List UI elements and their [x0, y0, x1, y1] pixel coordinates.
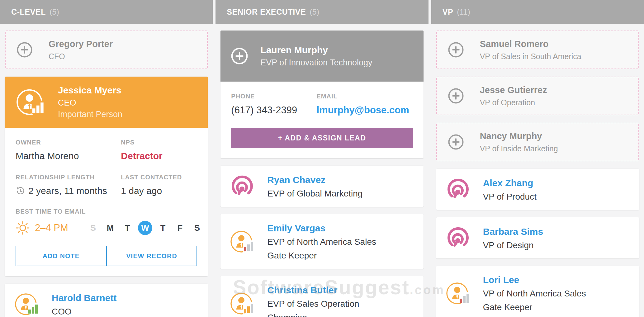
day-letter-friday: F — [175, 223, 185, 233]
contact-card-jessica-myers[interactable]: Jessica Myers CEO Important Person OWNER… — [5, 77, 208, 276]
contact-card-harold-barnett[interactable]: Harold Barnett COO — [5, 284, 208, 317]
last-contacted-label: LAST CONTACTED — [121, 174, 197, 181]
contact-tag: Gate Keeper — [267, 251, 376, 260]
contact-name: Jessica Myers — [58, 85, 122, 96]
add-card-gregory-porter[interactable]: Gregory Porter CFO — [5, 31, 208, 69]
contact-name[interactable]: Alex Zhang — [483, 178, 537, 188]
best-time-value: 2–4 PM — [35, 222, 68, 234]
radar-beacon-icon — [445, 225, 471, 251]
contact-name[interactable]: Christina Butler — [267, 285, 359, 296]
column-vp: VP (11) Samuel Romero VP of Sales in Sou… — [431, 0, 644, 317]
contact-title: VP of Design — [483, 241, 543, 250]
contact-name: Jesse Gutierrez — [480, 85, 547, 95]
plus-circle-icon — [447, 41, 464, 58]
column-senior-executive: SENIOR EXECUTIVE (5) Lauren Murphy EVP — [215, 0, 428, 317]
day-letter-saturday: S — [192, 223, 202, 233]
contact-title: CFO — [49, 52, 113, 61]
contact-card-alex-zhang[interactable]: Alex Zhang VP of Product — [436, 169, 639, 210]
column-header: VP (11) — [431, 0, 644, 24]
add-card-nancy-murphy[interactable]: Nancy Murphy VP of Inside Marketing — [436, 123, 639, 161]
column-title: C-LEVEL — [11, 7, 46, 17]
contact-title: VP of North America Sales — [483, 289, 586, 298]
contact-card-ryan-chavez[interactable]: Ryan Chavez EVP of Global Marketing — [220, 166, 423, 207]
column-body: Gregory Porter CFO — [0, 24, 213, 317]
day-letter-sunday: S — [88, 223, 98, 233]
contact-title: EVP of Sales Operation — [267, 300, 359, 308]
day-letter-tuesday: T — [122, 223, 133, 233]
contact-title: VP of Sales in South America — [480, 52, 581, 61]
column-title: SENIOR EXECUTIVE — [227, 7, 306, 17]
column-header: C-LEVEL (5) — [0, 0, 213, 24]
email-label: EMAIL — [316, 93, 413, 100]
contact-name: Samuel Romero — [480, 39, 581, 49]
plus-circle-icon — [230, 47, 249, 65]
phone-label: PHONE — [231, 93, 316, 100]
nps-label: NPS — [121, 139, 197, 146]
contact-name: Nancy Murphy — [480, 131, 558, 141]
view-record-button[interactable]: VIEW RECORD — [106, 246, 197, 266]
contact-card-emily-vargas[interactable]: Emily Vargas EVP of North America Sales … — [220, 214, 423, 269]
radar-beacon-icon — [229, 173, 255, 199]
contact-title: EVP of Global Marketing — [267, 189, 362, 198]
contact-card-christina-butler[interactable]: Christina Butler EVP of Sales Operation … — [220, 276, 423, 317]
contact-details: OWNER Martha Moreno NPS Detractor RELATI… — [5, 128, 208, 276]
avatar-chart-icon — [229, 291, 255, 317]
history-clock-icon — [16, 186, 25, 196]
column-count: (5) — [50, 7, 59, 17]
weekday-row: S M T W T F S — [88, 221, 202, 235]
best-time-label: BEST TIME TO EMAIL — [16, 208, 197, 215]
plus-circle-icon — [16, 41, 33, 58]
email-link[interactable]: lmurphy@bose.com — [316, 105, 413, 116]
column-header: SENIOR EXECUTIVE (5) — [215, 0, 428, 24]
contact-card-lauren-murphy[interactable]: Lauren Murphy EVP of Innovation Technolo… — [220, 31, 423, 158]
contact-title: EVP of Innovation Technology — [260, 58, 372, 68]
contact-name[interactable]: Ryan Chavez — [267, 175, 362, 185]
plus-circle-icon — [447, 134, 464, 150]
add-card-jesse-gutierrez[interactable]: Jesse Gutierrez VP of Operation — [436, 77, 639, 115]
avatar-chart-icon — [14, 291, 40, 317]
contact-title: VP of Operation — [480, 98, 547, 107]
phone-value: (617) 343-2399 — [231, 105, 316, 116]
contact-card-barbara-sims[interactable]: Barbara Sims VP of Design — [436, 217, 639, 258]
avatar-chart-icon — [15, 87, 46, 118]
nps-value: Detractor — [121, 151, 197, 161]
add-note-button[interactable]: ADD NOTE — [16, 246, 106, 266]
column-body: Samuel Romero VP of Sales in South Ameri… — [431, 24, 644, 317]
avatar-chart-icon — [229, 229, 255, 255]
radar-beacon-icon — [445, 176, 471, 202]
day-letter-thursday: T — [158, 223, 168, 233]
contact-name[interactable]: Harold Barnett — [52, 293, 116, 303]
relationship-length-label: RELATIONSHIP LENGTH — [16, 174, 121, 181]
plus-circle-icon — [447, 88, 464, 104]
contact-title: VP of Inside Marketing — [480, 144, 558, 153]
contact-name[interactable]: Emily Vargas — [267, 223, 376, 234]
add-card-samuel-romero[interactable]: Samuel Romero VP of Sales in South Ameri… — [436, 31, 639, 69]
contact-tag: Gate Keeper — [483, 303, 586, 312]
column-count: (5) — [310, 7, 319, 17]
contact-tag: Champion — [267, 313, 359, 317]
contact-card-lori-lee[interactable]: Lori Lee VP of North America Sales Gate … — [436, 266, 639, 317]
contact-tag: Important Person — [58, 110, 122, 119]
day-letter-monday: M — [105, 223, 116, 233]
contact-name[interactable]: Barbara Sims — [483, 226, 543, 237]
column-c-level: C-LEVEL (5) Gregory Porter CFO — [0, 0, 213, 317]
column-body: Lauren Murphy EVP of Innovation Technolo… — [215, 24, 428, 317]
owner-label: OWNER — [16, 139, 121, 146]
kanban-board: C-LEVEL (5) Gregory Porter CFO — [0, 0, 644, 317]
relationship-length-value: 2 years, 11 months — [28, 186, 107, 196]
contact-title: CEO — [58, 98, 122, 108]
owner-value: Martha Moreno — [16, 151, 121, 161]
sun-icon — [16, 221, 30, 235]
contact-name: Lauren Murphy — [260, 45, 372, 55]
contact-title: VP of Product — [483, 192, 537, 201]
contact-name: Gregory Porter — [49, 39, 113, 49]
day-letter-wednesday-selected: W — [138, 221, 152, 235]
contact-title: COO — [52, 307, 116, 316]
add-assign-lead-button[interactable]: + ADD & ASSIGN LEAD — [231, 128, 413, 148]
card-header: Lauren Murphy EVP of Innovation Technolo… — [220, 31, 423, 82]
contact-name[interactable]: Lori Lee — [483, 275, 586, 285]
contact-title: EVP of North America Sales — [267, 238, 376, 246]
last-contacted-value: 1 day ago — [121, 186, 197, 196]
contact-details: PHONE (617) 343-2399 EMAIL lmurphy@bose.… — [220, 82, 423, 158]
avatar-chart-icon — [445, 280, 471, 306]
